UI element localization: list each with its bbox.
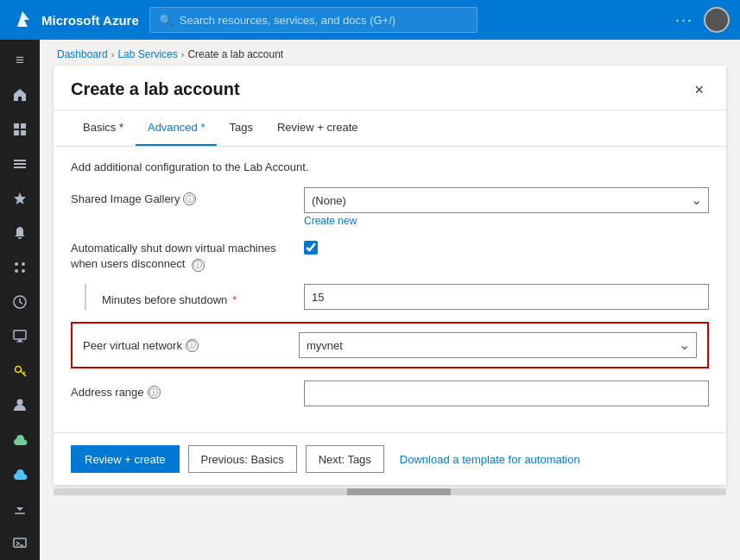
breadcrumb-lab-services[interactable]: Lab Services — [117, 48, 177, 60]
download-template-link[interactable]: Download a template for automation — [400, 453, 580, 466]
person-icon — [12, 397, 28, 412]
address-range-control — [304, 381, 709, 406]
create-new-link[interactable]: Create new — [304, 215, 709, 227]
breadcrumb: Dashboard › Lab Services › Create a lab … — [40, 40, 740, 66]
address-range-info-icon[interactable]: ⓘ — [148, 386, 161, 399]
svg-line-19 — [23, 372, 25, 374]
svg-rect-6 — [14, 163, 26, 165]
tab-basics[interactable]: Basics * — [71, 110, 136, 146]
close-button[interactable]: × — [689, 80, 709, 99]
sidebar-item-key[interactable] — [0, 353, 40, 387]
search-input[interactable] — [180, 14, 468, 27]
shared-image-gallery-row: Shared Image Gallery ⓘ (None) Create new — [71, 187, 709, 227]
shared-image-gallery-info-icon[interactable]: ⓘ — [183, 192, 196, 205]
panel-header: Create a lab account × — [54, 66, 726, 110]
sidebar-item-terminal[interactable] — [0, 525, 40, 560]
svg-rect-7 — [14, 167, 26, 168]
svg-point-9 — [15, 262, 18, 266]
svg-rect-2 — [21, 123, 26, 129]
list-icon — [12, 156, 28, 172]
tab-review-create[interactable]: Review + create — [265, 110, 370, 146]
breadcrumb-sep2: › — [181, 49, 185, 60]
search-bar[interactable]: 🔍 — [149, 7, 478, 33]
expand-icon: ≡ — [16, 52, 24, 69]
shared-image-gallery-control: (None) Create new — [304, 187, 709, 227]
svg-point-11 — [15, 269, 18, 273]
form-subtitle: Add additional configuration to the Lab … — [71, 160, 709, 173]
create-lab-panel: Create a lab account × Basics * Advanced… — [54, 66, 726, 485]
svg-rect-1 — [14, 123, 19, 129]
sidebar-item-favorites[interactable] — [0, 181, 40, 216]
panel-footer: Review + create Previous: Basics Next: T… — [54, 432, 726, 485]
svg-rect-14 — [14, 330, 26, 339]
breadcrumb-current: Create a lab account — [187, 48, 283, 60]
more-options-icon[interactable]: ··· — [675, 11, 693, 29]
shared-image-gallery-label: Shared Image Gallery ⓘ — [71, 187, 304, 205]
svg-rect-5 — [14, 160, 26, 161]
form-body: Add additional configuration to the Lab … — [54, 147, 726, 432]
main-content: Dashboard › Lab Services › Create a lab … — [40, 40, 740, 560]
dashboard-icon — [12, 122, 28, 137]
bell-icon — [12, 225, 28, 241]
sidebar-item-user[interactable] — [0, 387, 40, 422]
minutes-shutdown-label: Minutes before shutdown * — [102, 288, 304, 306]
indent-line — [85, 284, 102, 310]
sidebar-item-download[interactable] — [0, 491, 40, 525]
previous-button[interactable]: Previous: Basics — [188, 445, 297, 473]
brand-logo: Microsoft Azure — [10, 8, 139, 32]
topbar: Microsoft Azure 🔍 ··· — [0, 0, 740, 40]
shared-image-gallery-dropdown[interactable]: (None) — [304, 187, 709, 213]
auto-shutdown-info-icon[interactable]: ⓘ — [192, 259, 205, 272]
auto-shutdown-label: Automatically shut down virtual machines… — [71, 239, 304, 272]
search-icon: 🔍 — [159, 14, 173, 27]
scrollbar-thumb[interactable] — [347, 488, 451, 495]
sidebar-item-notifications[interactable] — [0, 216, 40, 250]
tab-tags[interactable]: Tags — [217, 110, 264, 146]
peer-virtual-network-label: Peer virtual network ⓘ — [83, 339, 299, 352]
minutes-shutdown-input[interactable] — [304, 284, 709, 310]
sidebar-item-apps[interactable] — [0, 250, 40, 285]
sidebar-item-cloud-upload[interactable] — [0, 456, 40, 491]
avatar[interactable] — [704, 7, 730, 33]
azure-logo-icon — [10, 8, 35, 32]
sidebar: ≡ — [0, 40, 40, 560]
auto-shutdown-checkbox-control[interactable] — [304, 239, 709, 255]
next-button[interactable]: Next: Tags — [306, 445, 384, 473]
sidebar-item-dashboard[interactable] — [0, 112, 40, 147]
sidebar-item-cloud-green[interactable] — [0, 422, 40, 456]
breadcrumb-sep1: › — [111, 49, 115, 60]
sidebar-item-list[interactable] — [0, 147, 40, 181]
horizontal-scrollbar[interactable] — [54, 488, 726, 495]
svg-rect-4 — [21, 130, 26, 135]
peer-vnet-info-icon[interactable]: ⓘ — [186, 339, 199, 352]
tab-advanced[interactable]: Advanced * — [136, 110, 218, 146]
terminal-icon — [12, 535, 28, 551]
topbar-right: ··· — [675, 7, 730, 33]
svg-marker-8 — [14, 192, 26, 204]
peer-vnet-select[interactable]: myvnet — [299, 332, 697, 358]
clock-icon — [12, 294, 28, 310]
svg-point-17 — [16, 367, 22, 373]
sidebar-expand[interactable]: ≡ — [0, 43, 40, 78]
minutes-shutdown-row: Minutes before shutdown * — [71, 284, 709, 310]
monitor-icon — [12, 328, 28, 343]
auto-shutdown-row: Automatically shut down virtual machines… — [71, 239, 709, 272]
cloud-green-icon — [12, 431, 28, 447]
peer-vnet-dropdown[interactable]: myvnet — [299, 332, 697, 358]
sidebar-item-monitor[interactable] — [0, 319, 40, 354]
svg-point-20 — [17, 400, 23, 406]
peer-virtual-network-control: myvnet — [299, 332, 697, 358]
panel-title: Create a lab account — [71, 79, 240, 99]
svg-rect-3 — [14, 130, 19, 135]
review-create-button[interactable]: Review + create — [71, 445, 180, 473]
shared-image-gallery-select[interactable]: (None) — [304, 187, 709, 213]
sidebar-item-home[interactable] — [0, 78, 40, 112]
peer-virtual-network-row: Peer virtual network ⓘ myvnet — [71, 322, 709, 368]
address-range-input[interactable] — [304, 381, 709, 406]
tab-bar: Basics * Advanced * Tags Review + create — [54, 110, 726, 147]
breadcrumb-dashboard[interactable]: Dashboard — [57, 48, 108, 60]
sidebar-item-clock[interactable] — [0, 285, 40, 319]
required-marker: * — [232, 293, 237, 306]
auto-shutdown-checkbox[interactable] — [304, 241, 318, 255]
download-icon — [12, 500, 28, 516]
